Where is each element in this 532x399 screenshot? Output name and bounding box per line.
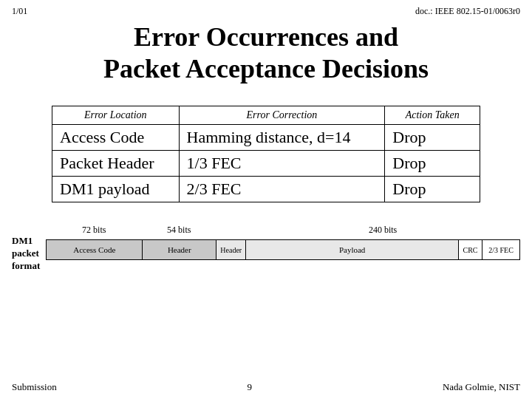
footer-left: Submission: [12, 381, 57, 393]
footer: Submission 9 Nada Golmie, NIST: [0, 381, 532, 393]
bits-240-label: 240 bits: [245, 225, 520, 236]
pkt-header2: Header: [216, 240, 246, 259]
table-row: DM1 payload 2/3 FEC Drop: [52, 177, 480, 202]
row2-correction: 1/3 FEC: [179, 151, 385, 177]
col-header-action: Action Taken: [385, 106, 480, 125]
slide-title: Error Occurrences and Packet Acceptance …: [0, 21, 532, 85]
doc-reference: doc.: IEEE 802.15-01/0063r0: [415, 6, 520, 17]
row1-action: Drop: [385, 125, 480, 151]
col-header-correction: Error Correction: [179, 106, 385, 125]
row1-correction: Hamming distance, d=14: [179, 125, 385, 151]
row1-location: Access Code: [52, 125, 180, 151]
footer-center: 9: [248, 381, 253, 393]
pkt-fec: 2/3 FEC: [482, 240, 519, 259]
pkt-header: Header: [143, 240, 216, 259]
row2-location: Packet Header: [52, 151, 180, 177]
diagram-content: 72 bits 54 bits 240 bits Access Code Hea…: [46, 225, 520, 260]
footer-right: Nada Golmie, NIST: [443, 381, 520, 393]
row3-correction: 2/3 FEC: [179, 177, 385, 202]
table-row: Packet Header 1/3 FEC Drop: [52, 151, 480, 177]
pkt-payload: Payload: [246, 240, 459, 259]
row3-location: DM1 payload: [52, 177, 180, 202]
bits-72-label: 72 bits: [46, 225, 142, 236]
table-row: Access Code Hamming distance, d=14 Drop: [52, 125, 480, 151]
col-header-location: Error Location: [52, 106, 180, 125]
diagram-label: DM1 packet format: [12, 225, 40, 273]
packet-diagram: DM1 packet format 72 bits 54 bits 240 bi…: [12, 225, 520, 273]
packet-row: Access Code Header Header Payload CRC 2/…: [46, 239, 520, 260]
pkt-crc: CRC: [459, 240, 482, 259]
bit-labels: 72 bits 54 bits 240 bits: [46, 225, 520, 238]
pkt-access: Access Code: [47, 240, 143, 259]
row2-action: Drop: [385, 151, 480, 177]
row3-action: Drop: [385, 177, 480, 202]
data-table-section: Error Location Error Correction Action T…: [52, 106, 480, 202]
slide-number: 1/01: [12, 6, 27, 17]
bits-54-label: 54 bits: [142, 225, 216, 236]
